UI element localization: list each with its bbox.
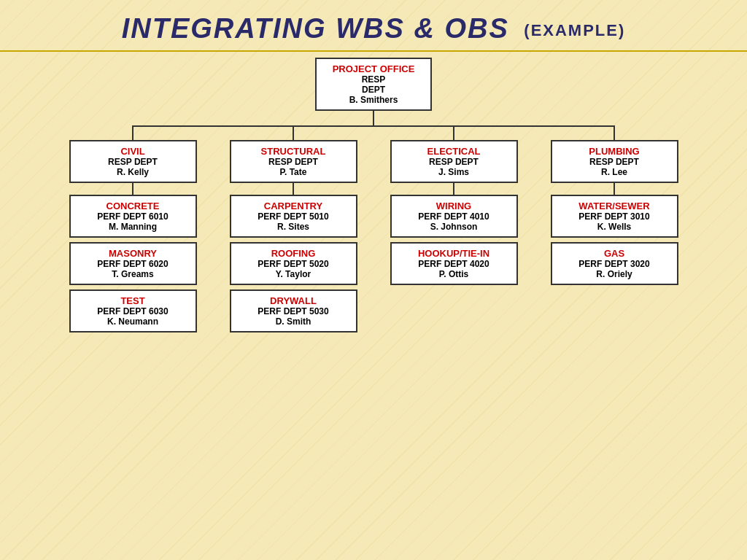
project-office-label2: DEPT xyxy=(324,85,423,95)
civil-children-area: CONCRETE PERF DEPT 6010 M. Manning MASON… xyxy=(69,195,197,332)
col-civil: CIVIL RESP DEPT R. Kelly CONCRETE PERF D… xyxy=(53,125,213,332)
concrete-label: PERF DEPT 6010 xyxy=(78,211,188,222)
roofing-person: Y. Taylor xyxy=(239,269,349,279)
wiring-person: S. Johnson xyxy=(399,222,509,232)
carpentry-person: R. Sites xyxy=(239,222,349,232)
wiring-box: WIRING PERF DEPT 4010 S. Johnson xyxy=(390,195,518,238)
project-office-label: RESP xyxy=(324,74,423,85)
structural-box: STRUCTURAL RESP DEPT P. Tate xyxy=(230,140,357,183)
watersewer-box: WATER/SEWER PERF DEPT 3010 K. Wells xyxy=(551,195,678,238)
h-connector xyxy=(133,125,614,127)
title-main-text: INTEGRATING WBS & OBS xyxy=(122,13,509,44)
carpentry-label: PERF DEPT 5010 xyxy=(239,211,349,222)
col-structural: STRUCTURAL RESP DEPT P. Tate CARPENTRY P… xyxy=(213,125,374,332)
hookup-person: P. Ottis xyxy=(399,269,509,279)
concrete-person: M. Manning xyxy=(78,222,188,232)
electical-children: WIRING PERF DEPT 4010 S. Johnson HOOKUP/… xyxy=(390,195,518,285)
civil-label: RESP DEPT xyxy=(78,157,188,167)
watersewer-label: PERF DEPT 3010 xyxy=(560,211,670,222)
col-electical: ELECTICAL RESP DEPT J. Sims WIRING PERF … xyxy=(374,125,534,285)
masonry-label: PERF DEPT 6020 xyxy=(78,259,188,269)
v-civil2 xyxy=(132,183,133,195)
plumbing-title: PLUMBING xyxy=(560,146,670,157)
civil-title: CIVIL xyxy=(78,146,188,157)
gas-label: PERF DEPT 3020 xyxy=(560,259,670,269)
project-office-title: PROJECT OFFICE xyxy=(324,63,423,74)
structural-title: STRUCTURAL xyxy=(239,146,349,157)
wiring-title: WIRING xyxy=(399,201,509,211)
concrete-box: CONCRETE PERF DEPT 6010 M. Manning xyxy=(69,195,197,238)
structural-label: RESP DEPT xyxy=(239,157,349,167)
main-title: INTEGRATING WBS & OBS (EXAMPLE) xyxy=(122,13,626,44)
electical-person: J. Sims xyxy=(399,167,509,177)
test-person: K. Neumann xyxy=(78,316,188,327)
roofing-box: ROOFING PERF DEPT 5020 Y. Taylor xyxy=(230,242,357,285)
electical-title: ELECTICAL xyxy=(399,146,509,157)
structural-person: P. Tate xyxy=(239,167,349,177)
hookup-label: PERF DEPT 4020 xyxy=(399,259,509,269)
watersewer-person: K. Wells xyxy=(560,222,670,232)
concrete-title: CONCRETE xyxy=(78,201,188,211)
carpentry-box: CARPENTRY PERF DEPT 5010 R. Sites xyxy=(230,195,357,238)
col-plumbing: PLUMBING RESP DEPT R. Lee WATER/SEWER PE… xyxy=(534,125,694,285)
electical-label: RESP DEPT xyxy=(399,157,509,167)
carpentry-title: CARPENTRY xyxy=(239,201,349,211)
hookup-box: HOOKUP/TIE-IN PERF DEPT 4020 P. Ottis xyxy=(390,242,518,285)
gas-box: GAS PERF DEPT 3020 R. Oriely xyxy=(551,242,678,285)
wiring-label: PERF DEPT 4010 xyxy=(399,211,509,222)
drywall-person: D. Smith xyxy=(239,316,349,327)
v-plumbing2 xyxy=(614,183,615,195)
drywall-box: DRYWALL PERF DEPT 5030 D. Smith xyxy=(230,289,357,332)
title-sub-text: (EXAMPLE) xyxy=(524,21,625,39)
project-office-section: PROJECT OFFICE RESP DEPT B. Smithers xyxy=(315,58,432,125)
org-chart: PROJECT OFFICE RESP DEPT B. Smithers CIV… xyxy=(23,58,724,332)
plumbing-person: R. Lee xyxy=(560,167,670,177)
v-line-top xyxy=(373,111,374,125)
test-box: TEST PERF DEPT 6030 K. Neumann xyxy=(69,289,197,332)
v-structural xyxy=(293,125,294,140)
v-plumbing xyxy=(614,125,615,140)
page-title-area: INTEGRATING WBS & OBS (EXAMPLE) xyxy=(0,0,747,52)
gas-title: GAS xyxy=(560,248,670,259)
drywall-title: DRYWALL xyxy=(239,295,349,306)
watersewer-title: WATER/SEWER xyxy=(560,201,670,211)
level1-container: CIVIL RESP DEPT R. Kelly CONCRETE PERF D… xyxy=(53,125,694,332)
electical-box: ELECTICAL RESP DEPT J. Sims xyxy=(390,140,518,183)
structural-children: CARPENTRY PERF DEPT 5010 R. Sites ROOFIN… xyxy=(230,195,357,332)
masonry-title: MASONRY xyxy=(78,248,188,259)
plumbing-label: RESP DEPT xyxy=(560,157,670,167)
v-electical xyxy=(453,125,454,140)
v-civil xyxy=(132,125,133,140)
civil-person: R. Kelly xyxy=(78,167,188,177)
civil-box: CIVIL RESP DEPT R. Kelly xyxy=(69,140,197,183)
v-electical2 xyxy=(453,183,454,195)
test-label: PERF DEPT 6030 xyxy=(78,306,188,316)
roofing-title: ROOFING xyxy=(239,248,349,259)
masonry-person: T. Greams xyxy=(78,269,188,279)
v-structural2 xyxy=(293,183,294,195)
test-title: TEST xyxy=(78,295,188,306)
plumbing-box: PLUMBING RESP DEPT R. Lee xyxy=(551,140,678,183)
drywall-label: PERF DEPT 5030 xyxy=(239,306,349,316)
hookup-title: HOOKUP/TIE-IN xyxy=(399,248,509,259)
project-office-person: B. Smithers xyxy=(324,95,423,105)
plumbing-children: WATER/SEWER PERF DEPT 3010 K. Wells GAS … xyxy=(551,195,678,285)
roofing-label: PERF DEPT 5020 xyxy=(239,259,349,269)
civil-children: CONCRETE PERF DEPT 6010 M. Manning MASON… xyxy=(69,195,197,332)
masonry-box: MASONRY PERF DEPT 6020 T. Greams xyxy=(69,242,197,285)
gas-person: R. Oriely xyxy=(560,269,670,279)
project-office-box: PROJECT OFFICE RESP DEPT B. Smithers xyxy=(315,58,432,111)
